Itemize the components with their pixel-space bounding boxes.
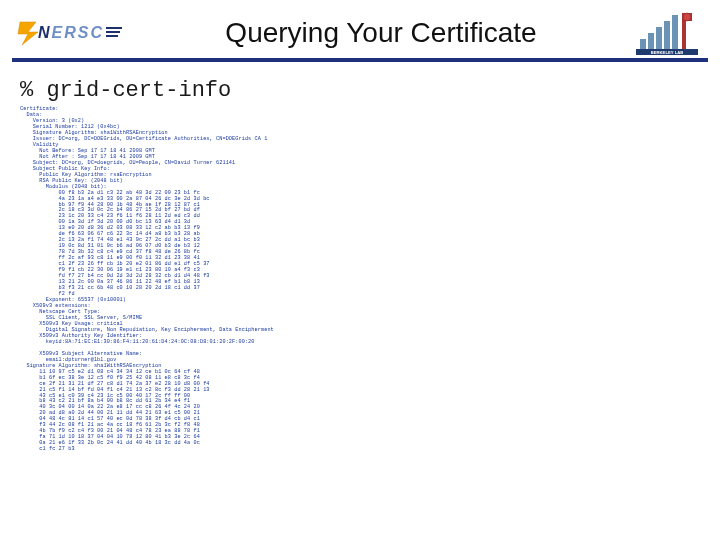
svg-rect-3 — [656, 27, 662, 49]
header-bar: NERSC Querying Your Certificate BERKELEY… — [0, 0, 720, 58]
nersc-logo: NERSC — [14, 18, 124, 48]
nersc-rest: ERSC — [52, 24, 104, 41]
svg-rect-5 — [672, 15, 678, 49]
nersc-bars-icon — [106, 27, 122, 39]
svg-rect-4 — [664, 21, 670, 49]
svg-point-7 — [683, 13, 691, 21]
svg-marker-0 — [18, 22, 38, 45]
command-line: % grid-cert-info — [0, 68, 720, 103]
berkeley-lab-logo: BERKELEY LAB — [634, 11, 700, 55]
lightning-icon — [16, 20, 46, 46]
lab-label-text: BERKELEY LAB — [651, 50, 684, 55]
page-title: Querying Your Certificate — [124, 17, 634, 49]
svg-rect-2 — [648, 33, 654, 49]
header-divider — [12, 58, 708, 62]
certificate-output: Certificate: Data: Version: 3 (0x2) Seri… — [0, 103, 720, 453]
svg-rect-1 — [640, 39, 646, 49]
